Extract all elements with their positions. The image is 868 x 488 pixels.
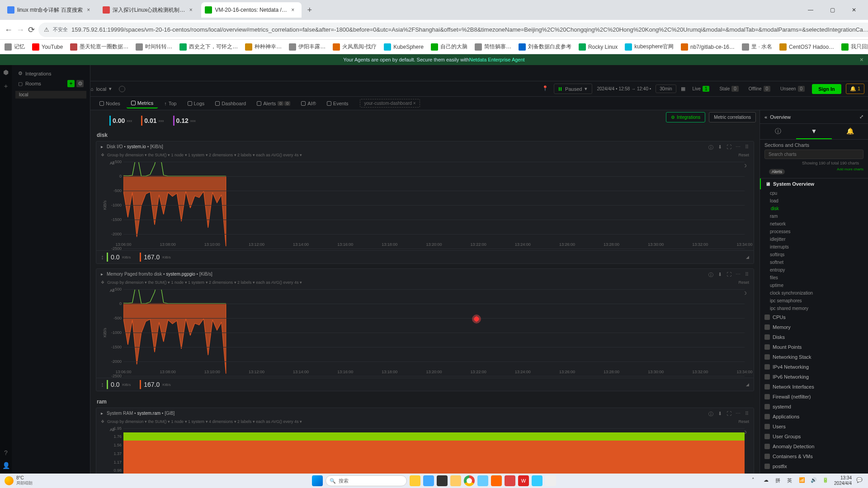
toc-item-disk[interactable]: disk	[760, 205, 868, 212]
tray-lang-icon[interactable]: 拼	[775, 477, 783, 484]
tab-metrics[interactable]: Metrics	[127, 99, 158, 108]
grip-icon[interactable]: ⠿	[744, 144, 750, 150]
tab-bell-icon[interactable]: 🔔	[832, 124, 868, 139]
sidebar-item-integrations[interactable]: ⚙Integrations	[15, 69, 86, 78]
bookmark-item[interactable]: 里 · 水名	[742, 43, 772, 51]
bookmark-item[interactable]: 西史之下，可怀之…	[179, 43, 238, 51]
toc-category[interactable]: systemd	[760, 402, 868, 412]
toc-item-ipc-semaphores[interactable]: ipc semaphores	[760, 297, 868, 305]
taskbar-app-icon[interactable]: W	[518, 475, 529, 486]
more-icon[interactable]: ⋯	[735, 272, 741, 278]
tab-events[interactable]: Events	[322, 99, 353, 108]
bookmark-item[interactable]: 自己的大脑	[431, 43, 467, 51]
tray-notifications-icon[interactable]: 💬	[856, 477, 863, 484]
toc-category[interactable]: User Groups	[760, 432, 868, 441]
pin-icon[interactable]: 📍	[542, 85, 549, 93]
bookmark-item[interactable]: 时间转转…	[136, 43, 172, 51]
taskbar-app-icon[interactable]	[477, 475, 488, 486]
toc-category[interactable]: IPv4 Networking	[760, 362, 868, 372]
toc-item-interrupts[interactable]: interrupts	[760, 243, 868, 251]
grip-icon[interactable]: ⠿	[744, 411, 750, 417]
bookmark-item[interactable]: 我只回圆>但领先…	[841, 43, 868, 51]
minimize-button[interactable]: —	[800, 3, 821, 17]
taskbar-search[interactable]: 🔍搜索	[326, 475, 407, 486]
chart-group-options[interactable]: ❖Group by dimension ▾ the SUM() ▾ 1 node…	[96, 152, 754, 160]
tab-ai[interactable]: AI®	[297, 99, 321, 108]
expand-icon[interactable]: ⛶	[726, 411, 732, 417]
bookmark-item[interactable]: CentOS7 Hadoo…	[779, 43, 834, 51]
chart-canvas[interactable]: 5000-500-1000-1500-2000-2500	[123, 289, 745, 376]
info-icon[interactable]: ⓘ	[708, 272, 714, 278]
bookmark-item[interactable]: 伊阳丰露…	[289, 43, 326, 51]
toc-item-load[interactable]: load	[760, 197, 868, 205]
toc-item-entropy[interactable]: entropy	[760, 266, 868, 274]
toc-category[interactable]: Disks	[760, 332, 868, 342]
taskbar-app-icon[interactable]	[437, 475, 448, 486]
toc-item-files[interactable]: files	[760, 274, 868, 282]
tray-clock[interactable]: 13:342024/4/4	[834, 475, 852, 486]
bookmark-item[interactable]: 记忆	[5, 43, 25, 51]
toc-category[interactable]: Networking Stack	[760, 352, 868, 362]
close-window-button[interactable]: ✕	[844, 3, 864, 17]
add-space-icon[interactable]: ＋	[2, 82, 9, 89]
collapse-icon[interactable]: ▸	[101, 144, 103, 149]
expand-icon[interactable]: ⤢	[859, 114, 863, 120]
toc-item-softirqs[interactable]: softirqs	[760, 251, 868, 258]
help-icon[interactable]: ?	[2, 449, 9, 456]
chart-canvas[interactable]: 1.951.761.561.371.170.980.78	[123, 428, 745, 474]
more-icon[interactable]: ⋯	[735, 144, 741, 150]
taskbar-explorer-icon[interactable]	[450, 475, 461, 486]
tray-chevron-icon[interactable]: ˄	[752, 477, 759, 484]
toc-category[interactable]: Network Interfaces	[760, 382, 868, 392]
tab-dashboard[interactable]: Dashboard	[211, 99, 250, 108]
resize-handle-icon[interactable]: ◢	[746, 382, 749, 387]
bookmark-item[interactable]: Rocky Linux	[579, 43, 618, 51]
taskbar-app-icon[interactable]	[532, 475, 542, 486]
browser-tab[interactable]: linux mtr命令详解 百度搜索 ×	[4, 2, 97, 18]
browser-tab-active[interactable]: VM-20-16-centos: Netdata /… ×	[201, 2, 301, 18]
duration-selector[interactable]: 30min	[656, 84, 676, 93]
expand-legend-icon[interactable]: ↕	[101, 381, 104, 388]
add-more-charts-link[interactable]: Add more charts	[837, 167, 863, 171]
room-local[interactable]: local	[15, 91, 86, 99]
tray-wifi-icon[interactable]: 📶	[799, 477, 806, 484]
bookmark-item[interactable]: 墨天轮逛一圈数据…	[70, 43, 128, 51]
download-icon[interactable]: ⬇	[717, 411, 723, 417]
chart-canvas[interactable]: 5000-500-1000-1500-2000-2500	[123, 162, 745, 249]
toc-item-uptime[interactable]: uptime	[760, 282, 868, 289]
collapse-icon[interactable]: ▸	[101, 411, 103, 416]
bookmark-item[interactable]: kubesphere官网	[625, 43, 674, 51]
tab-logs[interactable]: Logs	[183, 99, 209, 108]
toc-category[interactable]: Firewall (netfilter)	[760, 392, 868, 402]
tray-battery-icon[interactable]: 🔋	[822, 477, 830, 484]
toc-category[interactable]: postfix	[760, 461, 868, 471]
sidebar-item-rooms[interactable]: ▢Rooms +⚙	[15, 78, 86, 89]
playback-toggle[interactable]: Paused ▾	[554, 84, 592, 94]
grid-view-icon[interactable]: ▦	[681, 86, 685, 92]
toc-item-idlejitter[interactable]: idlejitter	[760, 235, 868, 243]
banner-link[interactable]: Netdata Enterprise Agent	[469, 57, 525, 62]
download-icon[interactable]: ⬇	[717, 272, 723, 278]
taskbar-app-icon[interactable]	[423, 475, 434, 486]
bookmark-item[interactable]: YouTube	[32, 43, 63, 51]
toc-category[interactable]: Users	[760, 422, 868, 432]
main-content[interactable]: 0.00xxx0.01xxx0.12xxx disk ▸ Disk I/O • …	[90, 110, 760, 474]
grip-icon[interactable]: ⠿	[744, 272, 750, 278]
tab-info-icon[interactable]: ⓘ	[760, 124, 796, 139]
expand-icon[interactable]: ⛶	[726, 144, 732, 150]
section-system-overview[interactable]: 🖥 System Overview	[760, 178, 868, 189]
bookmark-item[interactable]: 简悟躺寨…	[475, 43, 511, 51]
toc-category[interactable]: Mount Points	[760, 342, 868, 352]
chart-group-options[interactable]: ❖Group by dimension ▾ the SUM() ▾ 1 node…	[96, 418, 754, 427]
back-button[interactable]: ←	[5, 23, 13, 36]
reset-link[interactable]: Reset	[738, 153, 749, 157]
taskbar-app-icon[interactable]	[491, 475, 502, 486]
bookmark-item[interactable]: KubeSphere	[384, 43, 424, 51]
expand-icon[interactable]: ⛶	[726, 272, 732, 278]
url-input[interactable]: ⚠ 不安全 159.75.92.61:19999/spaces/vm-20-16…	[38, 23, 868, 37]
bookmark-item[interactable]: 火凤凰阅-找疗	[333, 43, 377, 51]
resize-handle-icon[interactable]: ◢	[746, 255, 749, 259]
info-icon[interactable]: ⓘ	[708, 411, 714, 417]
expand-legend-icon[interactable]: ↕	[101, 253, 104, 261]
tray-input-icon[interactable]: 英	[787, 477, 794, 484]
